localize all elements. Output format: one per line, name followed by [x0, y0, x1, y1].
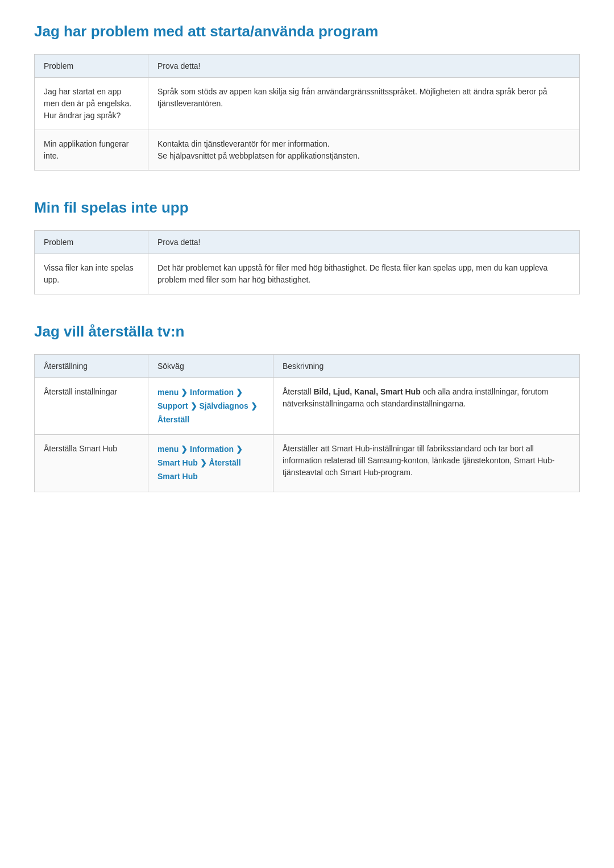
section2-col2-header: Prova detta! — [148, 231, 580, 254]
path-cell: menu ❯ Information ❯ Smart Hub ❯ Återstä… — [148, 435, 273, 492]
section2-title: Min fil spelas inte upp — [34, 199, 580, 217]
table-row: Min applikation fungerar inte. Kontakta … — [35, 130, 580, 171]
chevron-icon: ❯ — [190, 401, 197, 410]
section-reset-tv: Jag vill återställa tv:n Återställning S… — [34, 323, 580, 492]
section3-col3-header: Beskrivning — [273, 355, 580, 378]
chevron-icon: ❯ — [236, 445, 243, 454]
chevron-icon: ❯ — [236, 388, 243, 397]
reset-cell: Återställ inställningar — [35, 378, 148, 435]
section1-col2-header: Prova detta! — [148, 55, 580, 78]
section-app-problems: Jag har problem med att starta/använda p… — [34, 23, 580, 171]
section-file-playback: Min fil spelas inte upp Problem Prova de… — [34, 199, 580, 294]
table-row: Återställ inställningar menu ❯ Informati… — [35, 378, 580, 435]
bold-terms: Bild, Ljud, Kanal, Smart Hub — [313, 387, 420, 396]
solution-text: Kontakta din tjänstleverantör för mer in… — [157, 139, 360, 160]
solution-cell: Det här problemet kan uppstå för filer m… — [148, 254, 580, 294]
section3-col1-header: Återställning — [35, 355, 148, 378]
section2-col1-header: Problem — [35, 231, 148, 254]
section1-col1-header: Problem — [35, 55, 148, 78]
chevron-icon: ❯ — [181, 388, 188, 397]
section3-title: Jag vill återställa tv:n — [34, 323, 580, 340]
solution-cell: Språk som stöds av appen kan skilja sig … — [148, 78, 580, 130]
path-text: menu ❯ Information ❯ Support ❯ Självdiag… — [157, 388, 258, 424]
solution-cell: Kontakta din tjänstleverantör för mer in… — [148, 130, 580, 171]
section1-title: Jag har problem med att starta/använda p… — [34, 23, 580, 40]
problem-cell: Min applikation fungerar inte. — [35, 130, 148, 171]
path-text: menu ❯ Information ❯ Smart Hub ❯ Återstä… — [157, 445, 243, 481]
reset-cell: Återställa Smart Hub — [35, 435, 148, 492]
table-row: Vissa filer kan inte spelas upp. Det här… — [35, 254, 580, 294]
path-cell: menu ❯ Information ❯ Support ❯ Självdiag… — [148, 378, 273, 435]
table-row: Jag har startat en app men den är på eng… — [35, 78, 580, 130]
description-text: Återställ Bild, Ljud, Kanal, Smart Hub o… — [283, 387, 549, 408]
description-cell: Återställ Bild, Ljud, Kanal, Smart Hub o… — [273, 378, 580, 435]
problem-cell: Vissa filer kan inte spelas upp. — [35, 254, 148, 294]
section2-table: Problem Prova detta! Vissa filer kan int… — [34, 230, 580, 294]
section3-table: Återställning Sökväg Beskrivning Återstä… — [34, 354, 580, 492]
chevron-icon: ❯ — [200, 458, 207, 467]
section3-col2-header: Sökväg — [148, 355, 273, 378]
chevron-icon: ❯ — [251, 401, 258, 410]
section1-table: Problem Prova detta! Jag har startat en … — [34, 54, 580, 171]
chevron-icon: ❯ — [181, 445, 188, 454]
table-row: Återställa Smart Hub menu ❯ Information … — [35, 435, 580, 492]
description-cell: Återställer att Smart Hub-inställningar … — [273, 435, 580, 492]
problem-cell: Jag har startat en app men den är på eng… — [35, 78, 148, 130]
